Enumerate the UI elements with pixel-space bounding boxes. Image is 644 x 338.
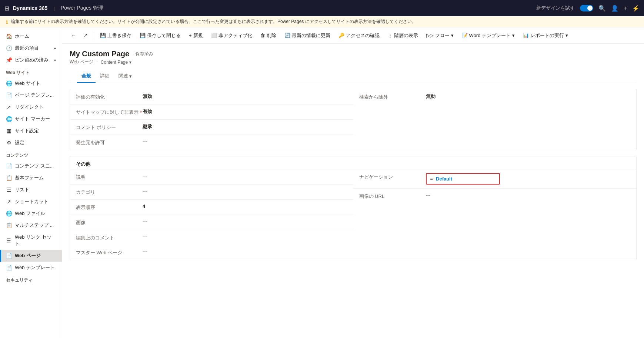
sidebar-item-web-link-set[interactable]: ☰ Web リンク セット [0,231,62,250]
label-description: 説明 [76,173,143,180]
new-icon: + [189,33,192,38]
sidebar-item-page-template[interactable]: 📄 ページ テンプレ... [0,89,62,101]
value-comment-policy: 継承 [143,123,152,130]
value-master-web-page: --- [143,249,147,254]
shortcut-icon: ↗ [6,199,12,205]
back-icon: ← [71,33,76,39]
form-grid-main: 評価の有効化 無効 サイトマップに対して非表示 * 有効 コメント ポリシー [70,89,636,150]
refresh-icon: 🔄 [284,33,290,38]
sidebar-item-home[interactable]: 🏠 ホーム [0,30,62,42]
deactivate-icon: ⬜ [211,33,217,38]
form-row-editorial-comment: 編集上のコメント --- [70,230,353,245]
sidebar-label-list: リスト [15,186,29,193]
form-row-origin: 発生元を許可 --- [70,135,353,150]
sidebar-item-settings[interactable]: ⚙ 設定 [0,137,62,149]
save-close-button[interactable]: 💾 保存して閉じる [136,30,184,41]
save-button[interactable]: 💾 上書き保存 [96,30,135,41]
sidebar-label-recent: 最近の項目 [15,45,39,52]
sidebar-item-content-snippets[interactable]: 📄 コンテンツ スニ... [0,160,62,172]
form-row-image-url: 画像の URL --- [353,189,637,203]
sidebar-item-website[interactable]: 🌐 Web サイト [0,77,62,89]
form-row-description: 説明 --- [70,169,353,185]
sidebar-item-web-template[interactable]: 📄 Web テンプレート [0,262,62,274]
pinned-icon: 📌 [6,57,12,63]
web-link-set-icon: ☰ [6,238,12,243]
value-editorial-comment: --- [143,234,147,239]
form-row-comment-policy: コメント ポリシー 継承 [70,120,353,135]
sidebar-label-redirect: リダイレクト [15,104,44,110]
tab-related[interactable]: 関連 ▾ [114,70,136,83]
new-design-label: 新デザインを試す [536,5,575,11]
basic-form-icon: 📋 [6,175,12,181]
add-icon-btn[interactable]: + [624,5,627,11]
sidebar-item-site-settings[interactable]: ▦ サイト設定 [0,125,62,137]
word-template-button[interactable]: 📝 Word テンプレート ▾ [458,30,518,41]
new-button[interactable]: + 新規 [185,30,207,41]
filter-icon-btn[interactable]: ⚡ [632,5,640,12]
sidebar-item-web-file[interactable]: 🌐 Web ファイル [0,208,62,219]
form-col-right: 検索から除外 無効 [353,89,637,150]
run-report-button[interactable]: 📊 レポートの実行 ▾ [519,30,572,41]
label-comment-policy: コメント ポリシー [76,123,143,131]
check-access-icon: 🔑 [338,33,344,38]
flow-icon: ▷▷ [426,33,434,38]
label-sitemap: サイトマップに対して非表示 * [76,108,143,116]
sidebar-item-web-page[interactable]: 📄 Web ページ [0,250,62,262]
command-bar: ← ↗ 💾 上書き保存 💾 保存して閉じる + 新規 ⬜ 非アクティブ化 [62,27,644,44]
breadcrumb-web-page[interactable]: Web ページ [70,59,93,65]
check-access-button[interactable]: 🔑 アクセスの確認 [335,30,383,41]
delete-icon: 🗑 [260,33,265,38]
form-col-left: 評価の有効化 無効 サイトマップに対して非表示 * 有効 コメント ポリシー [70,89,353,150]
sidebar-item-redirect[interactable]: ↗ リダイレクト [0,101,62,113]
page-title-row: My Custom Page - 保存済み [70,50,637,58]
user-icon-btn[interactable]: 👤 [611,5,618,12]
tab-all[interactable]: 全般 [77,70,96,83]
value-display-order: 4 [143,203,145,209]
save-close-icon: 💾 [140,33,146,38]
back-button[interactable]: ← [68,30,79,41]
label-display-order: 表示順序 [76,203,143,211]
page-header: My Custom Page - 保存済み Web ページ ・ Content … [62,44,644,83]
sidebar-item-pinned[interactable]: 📌 ピン留めの済み ▾ [0,54,62,66]
grid-icon[interactable]: ⊞ [4,5,9,12]
sidebar-label-web-template: Web テンプレート [15,264,55,271]
breadcrumb-content-page[interactable]: Content Page [101,60,128,65]
value-image: --- [143,219,147,224]
recent-chevron: ▾ [54,46,56,50]
content-snippets-icon: 📄 [6,163,12,169]
sidebar-item-basic-form[interactable]: 📋 基本フォーム [0,172,62,184]
new-design-toggle[interactable] [580,5,593,11]
label-rating: 評価の有効化 [76,93,143,100]
nav-separator: | [53,6,54,11]
sidebar-item-site-marker[interactable]: 🌐 サイト マーカー [0,113,62,125]
flow-button[interactable]: ▷▷ フロー ▾ [423,30,457,41]
navigation-field[interactable]: ≡ Default [426,173,500,185]
label-navigation: ナビゲーション [359,173,426,180]
tab-detail[interactable]: 詳細 [96,70,114,83]
web-file-icon: 🌐 [6,211,12,216]
recent-icon: 🕐 [6,45,12,51]
form-row-category: カテゴリ --- [70,185,353,200]
tabs: 全般 詳細 関連 ▾ [70,70,637,83]
refresh-button[interactable]: 🔄 最新の情報に更新 [281,30,334,41]
open-new-button[interactable]: ↗ [80,30,91,40]
sidebar-item-multi-step[interactable]: 📋 マルチステップ ... [0,219,62,231]
deactivate-button[interactable]: ⬜ 非アクティブ化 [207,30,256,41]
label-image: 画像 [76,219,143,226]
navigation-value: Default [436,176,452,182]
section-title-content: コンテンツ [0,149,62,160]
sidebar-item-recent[interactable]: 🕐 最近の項目 ▾ [0,42,62,54]
label-category: カテゴリ [76,188,143,196]
website-icon: 🌐 [6,80,12,86]
sidebar-item-shortcut[interactable]: ↗ ショートカット [0,196,62,208]
sidebar-label-basic-form: 基本フォーム [15,175,44,181]
sidebar-item-list[interactable]: ☰ リスト [0,184,62,196]
label-exclude-search: 検索から除外 [359,93,426,100]
other-col-left: 説明 --- カテゴリ --- 表示順序 4 画像 [70,169,353,245]
show-hierarchy-button[interactable]: ⋮ 階層の表示 [384,30,422,41]
nav-right: 新デザインを試す 🔍 👤 + ⚡ [536,5,640,12]
search-icon-btn[interactable]: 🔍 [598,5,606,12]
delete-button[interactable]: 🗑 削除 [257,30,280,41]
save-icon: 💾 [100,33,106,38]
page-saved-badge: - 保存済み [133,51,153,57]
